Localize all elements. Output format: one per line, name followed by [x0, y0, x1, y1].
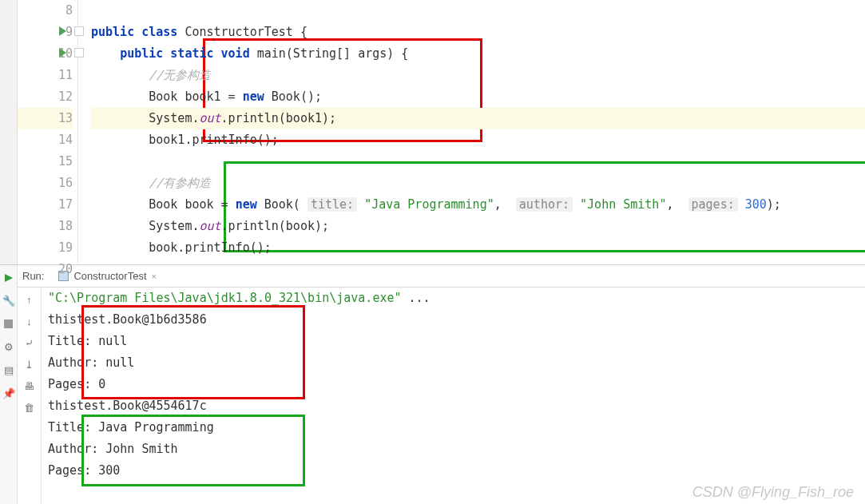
editor-main: 891011121314151617181920 public class Co… [18, 0, 865, 264]
stop-icon[interactable] [2, 318, 14, 330]
run-content: Run: ConstructorTest × ↑ ↓ ⤶ ⤓ 🖶 🗑 "C:\P… [18, 265, 865, 504]
editor-left-margin [0, 0, 18, 264]
console-line: Title: null [48, 331, 865, 352]
code-line[interactable]: Book book1 = new Book(); [91, 86, 865, 108]
gutter-line[interactable]: 16 [18, 173, 73, 194]
console-toolbar: ↑ ↓ ⤶ ⤓ 🖶 🗑 [18, 288, 42, 504]
code-line[interactable]: book.printInfo(); [91, 237, 865, 259]
code-line[interactable]: //无参构造 [91, 65, 865, 86]
trash-icon[interactable]: 🗑 [23, 402, 35, 414]
console-line: Pages: 0 [48, 374, 865, 395]
code-line[interactable]: public static void main(String[] args) { [91, 43, 865, 65]
console-line: thistest.Book@1b6d3586 [48, 309, 865, 331]
gutter-line[interactable]: 20 [18, 259, 73, 280]
up-icon[interactable]: ↑ [23, 294, 35, 306]
gutter-line[interactable]: 14 [18, 129, 73, 151]
console-line: Author: John Smith [48, 439, 865, 460]
wrench-icon[interactable]: 🔧 [2, 295, 14, 307]
console-line: Pages: 300 [48, 460, 865, 482]
code-area[interactable]: public class ConstructorTest { public st… [78, 0, 865, 264]
run-gutter-icon[interactable] [59, 26, 66, 36]
pin-icon[interactable]: 📌 [2, 387, 14, 399]
run-tool-window: 🔧 ⚙ ▤ 📌 Run: ConstructorTest × ↑ ↓ ⤶ ⤓ 🖶… [0, 265, 865, 504]
run-icon[interactable] [2, 272, 14, 284]
soft-wrap-icon[interactable]: ⤶ [23, 337, 35, 349]
layout-icon[interactable]: ▤ [2, 364, 14, 376]
down-icon[interactable]: ↓ [23, 315, 35, 327]
svg-rect-1 [4, 319, 13, 328]
gutter-line[interactable]: 18 [18, 216, 73, 237]
gutter-line[interactable]: 8 [18, 0, 73, 22]
editor-area: 891011121314151617181920 public class Co… [0, 0, 865, 265]
run-left-toolbar: 🔧 ⚙ ▤ 📌 [0, 265, 18, 504]
debug-icon[interactable]: ⚙ [2, 341, 14, 353]
gutter-line[interactable]: 17 [18, 194, 73, 216]
code-line[interactable]: //有参构造 [91, 173, 865, 194]
gutter-line[interactable]: 19 [18, 237, 73, 259]
code-line[interactable]: book1.printInfo(); [91, 129, 865, 151]
gutter-line[interactable]: 13 [18, 108, 73, 129]
print-icon[interactable]: 🖶 [23, 380, 35, 392]
gutter-line[interactable]: 10 [18, 43, 73, 65]
code-line[interactable] [91, 151, 865, 173]
run-body: ↑ ↓ ⤶ ⤓ 🖶 🗑 "C:\Program Files\Java\jdk1.… [18, 288, 865, 504]
scroll-end-icon[interactable]: ⤓ [23, 359, 35, 371]
line-gutter: 891011121314151617181920 [18, 0, 78, 264]
code-line[interactable] [91, 0, 865, 22]
gutter-line[interactable]: 9 [18, 22, 73, 43]
console-line: thistest.Book@4554617c [48, 395, 865, 417]
code-line[interactable] [91, 259, 865, 280]
console-line: Author: null [48, 352, 865, 374]
console-output[interactable]: "C:\Program Files\Java\jdk1.8.0_321\bin\… [42, 288, 865, 504]
gutter-line[interactable]: 12 [18, 86, 73, 108]
code-line[interactable]: System.out.println(book); [91, 216, 865, 237]
run-gutter-icon[interactable] [59, 48, 66, 58]
gutter-line[interactable]: 15 [18, 151, 73, 173]
code-line[interactable]: System.out.println(book1); [91, 108, 865, 129]
code-line[interactable]: public class ConstructorTest { [91, 22, 865, 43]
console-line: "C:\Program Files\Java\jdk1.8.0_321\bin\… [48, 288, 865, 309]
svg-marker-0 [5, 274, 13, 282]
code-line[interactable]: Book book = new Book( title: "Java Progr… [91, 194, 865, 216]
console-line: Title: Java Programming [48, 417, 865, 439]
gutter-line[interactable]: 11 [18, 65, 73, 86]
